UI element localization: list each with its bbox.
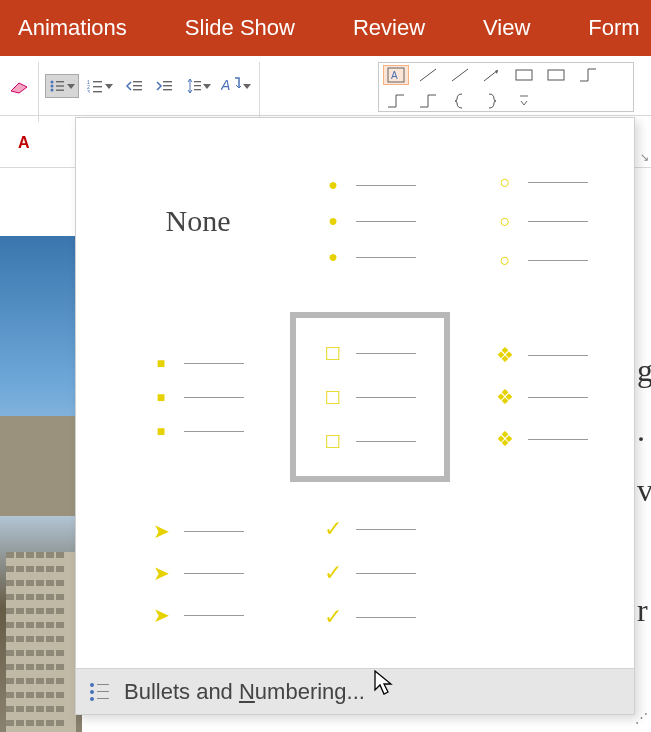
svg-rect-30 bbox=[516, 70, 532, 80]
shape-rect-2[interactable] bbox=[543, 65, 569, 85]
shapes-gallery[interactable]: A bbox=[378, 62, 634, 112]
svg-rect-4 bbox=[56, 85, 64, 86]
slide-text-peek: g.vr bbox=[637, 340, 651, 720]
svg-text:A: A bbox=[18, 134, 30, 150]
svg-text:3: 3 bbox=[87, 89, 90, 93]
shape-brace-l[interactable] bbox=[447, 91, 473, 111]
svg-line-27 bbox=[452, 69, 468, 81]
svg-point-5 bbox=[51, 89, 54, 92]
svg-rect-12 bbox=[93, 91, 102, 92]
dialog-launcher-icon[interactable]: ↘ bbox=[636, 149, 651, 165]
line-spacing-button[interactable] bbox=[181, 74, 215, 98]
eraser-button[interactable] bbox=[6, 74, 32, 98]
shape-arrow[interactable] bbox=[479, 65, 505, 85]
svg-rect-21 bbox=[194, 85, 201, 86]
shape-rect[interactable] bbox=[511, 65, 537, 85]
shape-line-2[interactable] bbox=[447, 65, 473, 85]
svg-rect-10 bbox=[93, 86, 102, 87]
increase-indent-button[interactable] bbox=[151, 74, 177, 98]
svg-point-1 bbox=[51, 81, 54, 84]
shape-line[interactable] bbox=[415, 65, 441, 85]
bullets-numbering-icon bbox=[90, 681, 112, 703]
svg-marker-0 bbox=[11, 83, 27, 93]
tab-slide-show[interactable]: Slide Show bbox=[185, 15, 295, 41]
shape-brace-r[interactable] bbox=[479, 91, 505, 111]
bullet-option-hollow-round[interactable]: ○ ○ ○ bbox=[462, 136, 622, 306]
bullets-numbering-label: Bullets and Numbering... bbox=[124, 679, 365, 705]
bullets-gallery-panel: None ● ● ● ○ ○ ○ ■ ■ ■ □ □ □ ❖ ❖ ❖ bbox=[75, 117, 635, 715]
bullet-option-arrow[interactable]: ➤ ➤ ➤ bbox=[118, 488, 278, 658]
shape-more-caret[interactable] bbox=[511, 91, 537, 111]
bullet-option-checkmark[interactable]: ✓ ✓ ✓ bbox=[290, 488, 450, 658]
resize-handle-icon[interactable]: ⋰ bbox=[635, 710, 649, 724]
shape-textbox[interactable]: A bbox=[383, 65, 409, 85]
font-color-button[interactable]: A bbox=[6, 130, 46, 154]
shape-connector-1[interactable] bbox=[575, 65, 601, 85]
tab-format-partial[interactable]: Form bbox=[588, 15, 639, 41]
shape-connector-2[interactable] bbox=[383, 91, 409, 111]
svg-rect-16 bbox=[163, 81, 172, 82]
svg-rect-2 bbox=[56, 81, 64, 82]
svg-rect-31 bbox=[548, 70, 564, 80]
slide-canvas-image bbox=[0, 236, 82, 732]
bullets-dropdown-button[interactable] bbox=[45, 74, 79, 98]
decrease-indent-button[interactable] bbox=[121, 74, 147, 98]
svg-rect-15 bbox=[133, 89, 142, 90]
svg-rect-6 bbox=[56, 90, 64, 91]
tab-review[interactable]: Review bbox=[353, 15, 425, 41]
bullet-option-star[interactable]: ❖ ❖ ❖ bbox=[462, 312, 622, 482]
bullet-option-none[interactable]: None bbox=[118, 136, 278, 306]
tab-animations[interactable]: Animations bbox=[18, 15, 127, 41]
svg-rect-17 bbox=[163, 85, 172, 86]
svg-rect-13 bbox=[133, 81, 142, 82]
svg-line-26 bbox=[420, 69, 436, 81]
svg-rect-22 bbox=[194, 89, 201, 90]
numbering-dropdown-button[interactable]: 123 bbox=[83, 74, 117, 98]
svg-rect-20 bbox=[194, 81, 201, 82]
bullets-and-numbering-menuitem[interactable]: Bullets and Numbering... bbox=[76, 668, 634, 714]
shape-connector-3[interactable] bbox=[415, 91, 441, 111]
svg-text:A: A bbox=[221, 77, 230, 93]
bullet-option-filled-square[interactable]: ■ ■ ■ bbox=[118, 312, 278, 482]
svg-rect-18 bbox=[163, 89, 172, 90]
svg-point-3 bbox=[51, 85, 54, 88]
ribbon-tabs: Animations Slide Show Review View Form bbox=[0, 0, 651, 56]
bullet-option-empty[interactable] bbox=[462, 488, 622, 658]
svg-rect-14 bbox=[133, 85, 142, 86]
text-direction-button[interactable]: A bbox=[219, 74, 253, 98]
bullet-option-hollow-square[interactable]: □ □ □ bbox=[290, 312, 450, 482]
tab-view[interactable]: View bbox=[483, 15, 530, 41]
bullet-option-filled-round[interactable]: ● ● ● bbox=[290, 136, 450, 306]
svg-rect-8 bbox=[93, 81, 102, 82]
svg-text:A: A bbox=[391, 70, 398, 81]
